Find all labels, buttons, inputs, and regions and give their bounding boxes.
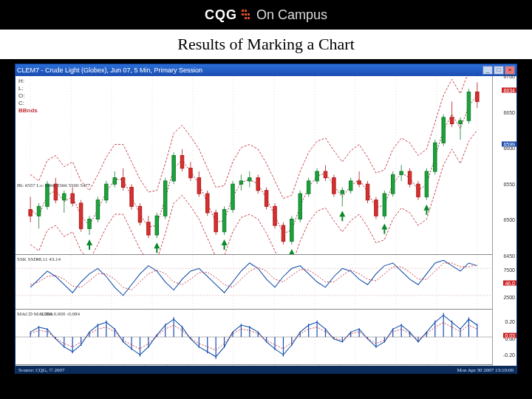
- svg-rect-103: [408, 171, 411, 184]
- svg-rect-97: [383, 194, 386, 216]
- svg-rect-91: [358, 181, 361, 184]
- osc-label: SSK SSD: [17, 256, 37, 262]
- vol-values: 0.000 0.000 -0.084: [41, 311, 80, 317]
- svg-rect-109: [434, 143, 437, 171]
- svg-rect-93: [366, 184, 369, 200]
- svg-rect-37: [130, 187, 133, 206]
- svg-rect-107: [425, 171, 428, 197]
- window-maximize-button[interactable]: □: [494, 66, 504, 75]
- window-minimize-button[interactable]: _: [482, 66, 493, 75]
- svg-rect-89: [349, 181, 352, 191]
- svg-rect-75: [290, 219, 293, 241]
- svg-rect-113: [450, 117, 453, 124]
- svg-rect-71: [273, 206, 276, 225]
- brand-logo-icon: [242, 10, 252, 20]
- status-bar: Source: CQG, © 2007 Mon Apr 30 2007 13:1…: [16, 366, 516, 374]
- svg-rect-85: [332, 178, 335, 194]
- slide-header: CQG On Campus: [0, 0, 532, 30]
- svg-rect-43: [155, 216, 158, 235]
- stochastic-pane[interactable]: SSK SSD 48.11 43.14: [16, 255, 492, 310]
- status-left: Source: CQG, © 2007: [18, 367, 64, 373]
- svg-rect-101: [400, 171, 403, 174]
- svg-rect-79: [307, 181, 310, 194]
- svg-rect-59: [222, 210, 225, 232]
- osc-values: 48.11 43.14: [36, 256, 61, 262]
- svg-rect-61: [231, 184, 234, 209]
- svg-rect-77: [299, 194, 301, 219]
- svg-rect-73: [282, 225, 284, 241]
- svg-rect-21: [63, 194, 66, 200]
- svg-rect-63: [239, 181, 242, 184]
- svg-rect-25: [79, 203, 82, 228]
- svg-rect-95: [375, 200, 378, 216]
- svg-rect-35: [121, 178, 124, 188]
- price-pane[interactable]: Hi: 6557 Lo: 6466 5566 5500 5477: [16, 76, 492, 255]
- svg-rect-117: [467, 92, 470, 120]
- svg-rect-31: [105, 184, 108, 200]
- svg-rect-53: [197, 178, 200, 194]
- window-title: CLEM7 - Crude Light (Globex), Jun 07, 5 …: [17, 66, 482, 74]
- chart-panes[interactable]: Hi: 6557 Lo: 6466 5566 5500 5477 SSK SSD…: [16, 76, 493, 364]
- svg-rect-23: [71, 194, 74, 203]
- svg-rect-81: [316, 171, 318, 181]
- svg-rect-105: [417, 184, 420, 197]
- status-right: Mon Apr 30 2007 13:10:00: [457, 367, 514, 373]
- svg-rect-55: [206, 194, 209, 213]
- chart-window: CLEM7 - Crude Light (Globex), Jun 07, 5 …: [15, 64, 517, 374]
- svg-rect-51: [189, 168, 192, 178]
- brand-suffix: On Campus: [256, 7, 327, 23]
- svg-rect-119: [476, 92, 479, 101]
- main-side-values: Hi: 6557 Lo: 6466 5566 5500 5477: [17, 183, 90, 188]
- y-axis: 6700665066006550650064506634659975002500…: [493, 76, 516, 364]
- svg-rect-87: [341, 191, 344, 194]
- svg-rect-67: [256, 178, 259, 191]
- svg-rect-33: [113, 178, 116, 185]
- svg-rect-57: [214, 213, 217, 232]
- svg-rect-49: [180, 155, 183, 168]
- svg-rect-27: [88, 219, 91, 228]
- svg-rect-41: [147, 222, 150, 235]
- macd-pane[interactable]: MACD MACDA 0.000 0.000 -0.084: [16, 310, 492, 364]
- svg-rect-29: [96, 200, 99, 219]
- svg-rect-13: [29, 210, 32, 216]
- svg-rect-39: [138, 206, 141, 222]
- svg-rect-47: [172, 155, 175, 180]
- window-titlebar[interactable]: CLEM7 - Crude Light (Globex), Jun 07, 5 …: [16, 64, 516, 76]
- slide-title: Results of Marking a Chart: [0, 30, 532, 59]
- svg-rect-115: [459, 120, 462, 123]
- svg-rect-45: [163, 181, 166, 216]
- svg-rect-111: [442, 117, 445, 143]
- svg-rect-99: [392, 174, 395, 194]
- svg-rect-65: [248, 178, 251, 181]
- brand-logo-text: CQG: [205, 7, 237, 23]
- svg-rect-69: [265, 191, 267, 206]
- svg-rect-15: [37, 206, 40, 216]
- svg-rect-83: [324, 171, 327, 178]
